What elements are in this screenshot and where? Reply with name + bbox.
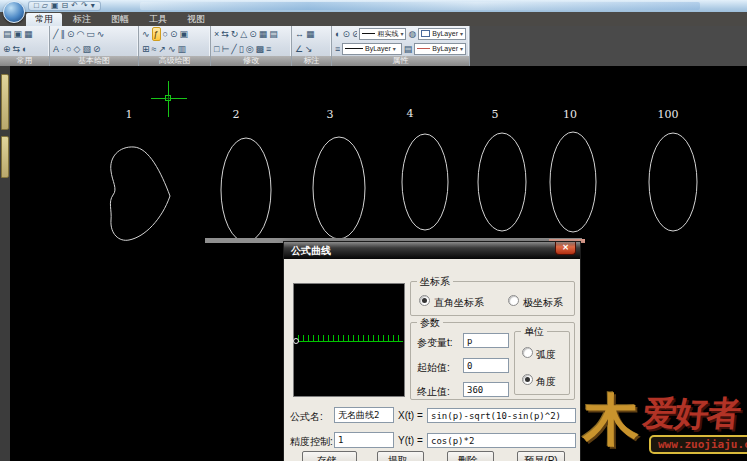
zoom-icon[interactable]: ⊕ bbox=[3, 43, 11, 55]
side-palette-tab-1[interactable] bbox=[1, 74, 9, 130]
save-icon[interactable]: ▣ bbox=[51, 0, 59, 12]
arc-icon[interactable]: ◠ bbox=[76, 28, 84, 40]
tab-gongju[interactable]: 工具 bbox=[140, 13, 176, 26]
text-icon[interactable]: A bbox=[53, 43, 59, 55]
curve-entity-3[interactable] bbox=[313, 137, 365, 239]
erase-icon[interactable]: × bbox=[214, 28, 219, 40]
explode-icon[interactable]: ▩ bbox=[256, 43, 265, 55]
tab-shitu[interactable]: 视图 bbox=[178, 13, 214, 26]
yt-formula-input[interactable]: cos(p)*2 bbox=[427, 433, 576, 448]
scale-icon[interactable]: ▯ bbox=[239, 43, 244, 55]
qat-more-icon[interactable]: ▾ bbox=[91, 0, 95, 12]
line-icon[interactable]: ╱ bbox=[53, 28, 58, 40]
close-icon[interactable]: ✕ bbox=[555, 242, 576, 255]
circle-3p-icon[interactable]: ⊙ bbox=[170, 28, 178, 40]
copy-icon[interactable]: ▣ bbox=[14, 28, 23, 40]
spline-icon[interactable]: ∿ bbox=[142, 28, 150, 40]
extend-icon[interactable]: ⊢ bbox=[221, 43, 229, 55]
layer-lock-icon[interactable]: ⊘ bbox=[352, 28, 357, 40]
block-icon[interactable]: ▥ bbox=[178, 43, 187, 55]
curve-entity-4[interactable] bbox=[402, 134, 448, 230]
radio-radian[interactable] bbox=[522, 347, 533, 358]
array-icon[interactable]: ▦ bbox=[259, 28, 268, 40]
curve-entity-5[interactable] bbox=[478, 133, 526, 231]
point-icon[interactable]: · bbox=[61, 43, 64, 55]
stretch-icon[interactable]: ▤ bbox=[269, 28, 278, 40]
xt-formula-input[interactable]: sin(p)-sqrt(10-sin(p)^2) bbox=[427, 408, 576, 423]
circle-icon[interactable]: ⊙ bbox=[67, 28, 75, 40]
ellipse-advanced-icon[interactable]: ○ bbox=[163, 28, 168, 40]
radio-polar-coords-label[interactable]: 极坐标系 bbox=[523, 296, 563, 310]
extract-button[interactable]: 提取.. bbox=[377, 451, 424, 461]
dialog-title-bar[interactable]: 公式曲线 ✕ bbox=[284, 242, 580, 259]
layer-color-icon[interactable]: ◍ bbox=[408, 28, 416, 40]
undo-icon[interactable]: ↶ bbox=[71, 0, 78, 12]
ellipse-icon[interactable]: ○ bbox=[66, 43, 71, 55]
heart-curve-entity[interactable] bbox=[110, 147, 170, 240]
paste-icon[interactable]: ▤ bbox=[3, 28, 12, 40]
curve-entity-100[interactable] bbox=[649, 133, 697, 231]
move-icon[interactable]: ⇆ bbox=[221, 28, 229, 40]
start-value-input[interactable]: 0 bbox=[463, 358, 509, 373]
equidistant-icon[interactable]: ⊞ bbox=[142, 43, 150, 55]
rotate-icon[interactable]: ↻ bbox=[231, 28, 239, 40]
wave-line-icon[interactable]: ≈ bbox=[152, 43, 157, 55]
curve-entity-2[interactable] bbox=[221, 138, 271, 242]
side-palette-tab-2[interactable] bbox=[1, 136, 9, 178]
param-t-input[interactable]: p bbox=[463, 333, 509, 348]
polygon-icon[interactable]: ◇ bbox=[73, 43, 80, 55]
rectangle-icon[interactable]: ▭ bbox=[86, 28, 95, 40]
image-icon[interactable]: ▦ bbox=[24, 28, 33, 40]
polyline-icon[interactable]: ∿ bbox=[97, 28, 105, 40]
canvas-text-label-5[interactable]: 5 bbox=[492, 108, 499, 121]
precision-input[interactable]: 1 bbox=[334, 432, 394, 448]
new-file-icon[interactable]: □ bbox=[34, 0, 39, 12]
radio-rectangular-coords[interactable] bbox=[419, 295, 430, 306]
canvas-text-label-100[interactable]: 100 bbox=[658, 108, 679, 121]
tab-changyong[interactable]: 常用 bbox=[26, 13, 62, 26]
tab-biaozhu[interactable]: 标注 bbox=[64, 13, 100, 26]
canvas-text-label-1[interactable]: 1 bbox=[126, 108, 133, 121]
radio-degree-label[interactable]: 角度 bbox=[536, 375, 556, 389]
print-icon[interactable]: ⊟ bbox=[62, 0, 69, 12]
color-dropdown[interactable]: ByLayer ▾ bbox=[418, 28, 466, 40]
redraw-icon[interactable]: ◐ bbox=[22, 43, 27, 55]
app-menu-orb[interactable] bbox=[3, 1, 25, 23]
canvas-text-label-2[interactable]: 2 bbox=[233, 108, 240, 121]
linestyle-dropdown[interactable]: ByLayer ▾ bbox=[414, 43, 466, 55]
arrow-icon[interactable]: ↗ bbox=[159, 43, 167, 55]
lineweight-settings-icon[interactable]: ▤ bbox=[404, 43, 413, 55]
angle-dimension-icon[interactable]: ∠ bbox=[295, 43, 303, 55]
radio-polar-coords[interactable] bbox=[508, 295, 519, 306]
dimension-style-icon[interactable]: ▦ bbox=[306, 28, 315, 40]
preview-button[interactable]: 预显(P) bbox=[517, 451, 565, 461]
corner-icon[interactable]: □ bbox=[214, 43, 219, 55]
canvas-text-label-3[interactable]: 3 bbox=[327, 108, 334, 121]
redo-icon[interactable]: ↷ bbox=[81, 0, 88, 12]
canvas-text-label-10[interactable]: 10 bbox=[563, 108, 577, 121]
dimension-icon[interactable]: ↔ bbox=[295, 28, 304, 40]
radio-radian-label[interactable]: 弧度 bbox=[536, 348, 556, 362]
formula-curve-icon[interactable]: ƒ bbox=[152, 27, 161, 41]
mirror-icon[interactable]: △ bbox=[240, 28, 247, 40]
formula-name-input[interactable]: 无名曲线2 bbox=[334, 407, 394, 423]
end-value-input[interactable]: 360 bbox=[463, 382, 509, 397]
parallel-line-icon[interactable]: ∥ bbox=[60, 28, 65, 40]
fillet-icon[interactable]: ◎ bbox=[246, 43, 254, 55]
store-button[interactable]: 存储.. bbox=[302, 451, 357, 461]
delete-button[interactable]: 删除.. bbox=[447, 451, 494, 461]
tab-tufu[interactable]: 图幅 bbox=[102, 13, 138, 26]
curve-entity-10[interactable] bbox=[550, 132, 596, 232]
radio-rectangular-coords-label[interactable]: 直角坐标系 bbox=[434, 296, 484, 310]
break-icon[interactable]: ╱ bbox=[231, 43, 236, 55]
centerline-icon[interactable]: ⊘ bbox=[93, 43, 101, 55]
sketch-icon[interactable]: ∿ bbox=[168, 43, 176, 55]
layer-settings-icon[interactable]: ⊙ bbox=[342, 28, 350, 40]
radio-degree[interactable] bbox=[522, 374, 533, 385]
hatch-icon[interactable]: ▧ bbox=[82, 43, 91, 55]
layer-lamp-icon[interactable]: ◐ bbox=[335, 28, 340, 40]
offset-icon[interactable]: ⊙ bbox=[249, 28, 257, 40]
lineweight-icon[interactable]: ≡ bbox=[335, 43, 340, 55]
linetype-name-dropdown[interactable]: 粗实线 ▾ bbox=[359, 28, 406, 40]
linetype-dropdown[interactable]: ByLayer ▾ bbox=[342, 43, 402, 55]
